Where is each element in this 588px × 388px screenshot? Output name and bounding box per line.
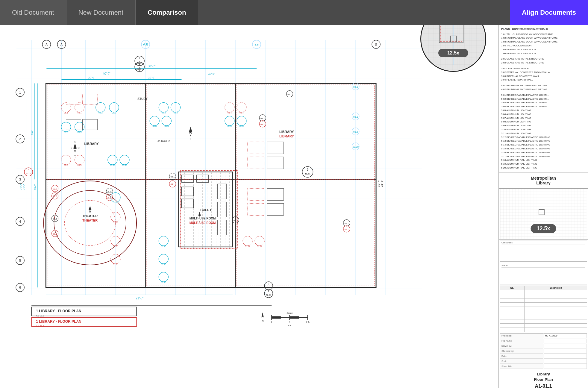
svg-text:21'-5": 21'-5" — [380, 180, 383, 187]
svg-text:05.8: 05.8 — [228, 125, 232, 127]
material-item: 4.02 PLUMBING FIXTURES AND FITTING — [501, 88, 586, 92]
svg-text:A1-01.1: A1-01.1 — [36, 325, 45, 328]
sheet-title-value — [544, 364, 587, 369]
svg-text:LIBRARY: LIBRARY — [279, 134, 294, 138]
svg-text:04.1: 04.1 — [171, 176, 175, 178]
svg-text:80'-0": 80'-0" — [148, 65, 155, 68]
svg-text:05.4: 05.4 — [228, 112, 232, 114]
material-item: 1.05 NORMAL WOODEN DOOR — [501, 48, 586, 52]
main-content: 80'-0" 40'-0" 20'-0" 20'-0" 40'-0" — [0, 25, 588, 388]
checked-by-label: Checked by: — [500, 349, 543, 354]
svg-text:0: 0 — [271, 321, 272, 323]
material-item: 1.04 TALL WOODEN DOOR — [501, 44, 586, 48]
svg-text:8 ft.: 8 ft. — [288, 324, 292, 327]
project-info: Project Id: ML-A1-2020 File Name: Drawn … — [500, 333, 587, 369]
date-value — [544, 354, 587, 359]
svg-text:05.1: 05.1 — [64, 112, 68, 114]
tab-comparison[interactable]: Comparison — [136, 0, 198, 25]
material-item: 3.01 CONCRETE FENCE — [501, 67, 586, 71]
blueprint-area[interactable]: 80'-0" 40'-0" 20'-0" 20'-0" 40'-0" — [0, 25, 498, 388]
revision-col-desc: Description — [525, 286, 587, 290]
svg-text:N: N — [199, 220, 200, 222]
svg-text:05.15: 05.15 — [161, 245, 166, 247]
scale-value — [544, 359, 587, 364]
revision-col-no: No. — [500, 286, 525, 290]
consultant-section: Consultant: — [500, 240, 587, 262]
svg-text:2: 2 — [268, 290, 269, 292]
svg-text:4: 4 — [289, 321, 290, 323]
svg-text:LIBRARY: LIBRARY — [84, 142, 99, 146]
svg-text:03.1: 03.1 — [353, 116, 358, 118]
svg-text:03.4: 03.4 — [53, 233, 57, 235]
sheet-title-label: Sheet Title: — [500, 364, 543, 369]
svg-text:05.3: 05.3 — [174, 112, 178, 114]
drawn-by-value — [544, 344, 587, 348]
svg-text:8 ft.: 8 ft. — [306, 321, 310, 323]
material-item: 5.03 BIO DEGRADABLE PLASTIC LIGHTI... — [501, 101, 586, 105]
svg-text:12.5x: 12.5x — [447, 50, 459, 55]
material-item: 2.02 GLASS AND METAL STRUCTURE — [501, 61, 586, 65]
svg-text:05.12: 05.12 — [113, 201, 118, 204]
svg-text:05.5: 05.5 — [78, 131, 82, 133]
svg-text:30'-7": 30'-7" — [377, 180, 380, 187]
sheet-title-line2: Floor Plan — [500, 377, 587, 382]
svg-text:B: B — [375, 43, 377, 46]
svg-text:4: 4 — [19, 220, 21, 223]
svg-text:A2-01: A2-01 — [136, 68, 143, 70]
svg-text:01.1: 01.1 — [345, 228, 349, 231]
svg-text:05.4: 05.4 — [240, 112, 244, 114]
svg-text:Scale: Scale — [287, 312, 293, 314]
material-item: 3.03 INTERNAL CONCRETE WALL — [501, 75, 586, 78]
svg-text:05.13: 05.13 — [113, 221, 118, 223]
material-item: 1.02 NORMAL GLASS DOOR W/ WOODEN FRAME — [501, 36, 586, 40]
revision-cell — [525, 319, 587, 323]
project-id-value: ML-A1-2020 — [544, 334, 587, 338]
svg-text:W: W — [78, 147, 80, 149]
svg-text:05.3: 05.3 — [161, 112, 166, 114]
revision-cell — [500, 319, 525, 323]
material-item: 3.02 EXTERNAL CONCRETE AND METAL W... — [501, 71, 586, 75]
material-item: 5.18 ALUMINUM RAIL LIGHTING — [501, 158, 586, 162]
svg-text:N: N — [262, 319, 264, 322]
materials-title: PLANS - CONSTRUCTION MATERIALS — [501, 27, 586, 31]
svg-text:05.5: 05.5 — [64, 131, 68, 133]
revision-cell — [500, 323, 525, 328]
material-item: 1.06 NORMAL WOODEN DOOR — [501, 52, 586, 56]
svg-text:TOILET: TOILET — [200, 208, 211, 212]
sheet-title-line1: Library — [500, 372, 587, 377]
material-item: 5.04 BIO DEGRADABLE PLASTIC LIGHTI... — [501, 105, 586, 109]
tab-bar: Old Document New Document Comparison Ali… — [0, 0, 588, 25]
svg-text:E: E — [71, 147, 72, 149]
svg-text:A1-01.1: A1-01.1 — [36, 314, 45, 317]
drawn-by-label: Drawn by: — [500, 344, 543, 348]
svg-text:20'-0": 20'-0" — [148, 76, 155, 79]
svg-text:A: A — [60, 43, 63, 46]
svg-text:1: 1 — [139, 57, 140, 60]
svg-text:05.6: 05.6 — [165, 125, 169, 127]
svg-text:3: 3 — [307, 168, 309, 171]
material-item: 5.06 ALUMINUM LIGHTING — [501, 113, 586, 116]
material-item: 5.16 BIO DEGRADABLE PLASTIC LIGHTING — [501, 151, 586, 155]
tab-new-document[interactable]: New Document — [66, 0, 136, 25]
svg-text:01.7: 01.7 — [345, 222, 349, 225]
svg-text:05.15: 05.15 — [161, 263, 166, 265]
svg-text:B.5: B.5 — [254, 43, 259, 46]
title-block: Metropolitan Library — [499, 173, 588, 388]
materials-items: 1.01 TALL GLASS DOOR W/ WOODEN FRAME1.02… — [501, 33, 586, 170]
svg-text:03.1: 03.1 — [353, 86, 358, 88]
align-documents-button[interactable]: Align Documents — [510, 0, 588, 25]
svg-text:N: N — [190, 138, 191, 140]
tab-old-document[interactable]: Old Document — [0, 0, 66, 25]
svg-text:1: 1 — [139, 63, 140, 66]
svg-text:21'-5": 21'-5" — [136, 297, 143, 300]
svg-rect-174 — [272, 316, 281, 319]
revision-cell — [525, 315, 587, 319]
material-item: 5.17 BIO DEGRADABLE PLASTIC LIGHTING — [501, 155, 586, 159]
revision-cell — [500, 290, 525, 294]
svg-text:1: 1 — [19, 91, 21, 94]
material-item: 5.07 ALUMINUM LIGHTING — [501, 116, 586, 120]
svg-text:02.2: 02.2 — [53, 195, 57, 197]
scale-label: Scale: — [500, 359, 543, 364]
svg-text:02.1: 02.1 — [288, 93, 292, 96]
svg-text:05.1: 05.1 — [78, 112, 82, 114]
